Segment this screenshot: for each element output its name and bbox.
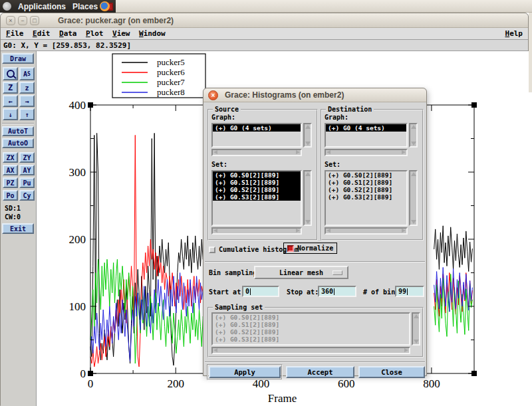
pan-left-button[interactable]: ← <box>3 95 18 107</box>
zoom-out-button[interactable]: z <box>19 82 35 94</box>
autoscale-y-button[interactable]: AY <box>19 165 35 175</box>
autoscale-button[interactable]: AS <box>19 67 35 80</box>
menu-window[interactable]: Window <box>139 29 166 38</box>
exit-button[interactable]: Exit <box>2 223 34 234</box>
pan-up-button[interactable]: ↑ <box>19 108 35 120</box>
sampling-set-hscrollbar[interactable] <box>211 347 410 354</box>
start-at-field[interactable]: 0 <box>242 286 279 297</box>
num-bins-field[interactable]: 99 <box>395 286 424 297</box>
pop-button[interactable]: Po <box>3 190 18 201</box>
pan-right-button[interactable]: → <box>19 95 35 107</box>
scroll-up-icon[interactable] <box>305 172 311 176</box>
zoom-button[interactable] <box>3 67 18 80</box>
plot-legend[interactable]: pucker5pucker6pucker7pucker8 <box>112 54 205 98</box>
menu-data[interactable]: Data <box>59 29 77 38</box>
list-item[interactable]: (+) G0.S3[2][889] <box>213 193 301 201</box>
scroll-down-icon[interactable] <box>411 220 416 224</box>
scroll-up-icon[interactable] <box>305 125 311 129</box>
list-item[interactable]: (+) G0.S3[2][889] <box>213 336 409 343</box>
list-item[interactable]: (+) G0.S1[2][889] <box>213 179 301 186</box>
applications-menu[interactable]: Applications <box>18 2 66 11</box>
scroll-right-icon[interactable] <box>404 348 408 352</box>
source-set-list[interactable]: (+) G0.S0[2][889](+) G0.S1[2][889](+) G0… <box>211 170 302 226</box>
source-graph-vscrollbar[interactable] <box>303 123 312 148</box>
scroll-right-icon[interactable] <box>402 229 406 233</box>
sampling-set-vscrollbar[interactable] <box>412 312 420 346</box>
window-titlebar[interactable]: × − □ Grace: pucker.agr (on ember2) <box>1 13 528 28</box>
destination-set-list[interactable]: (+) G0.S0[2][889](+) G0.S1[2][889](+) G0… <box>325 170 408 226</box>
scroll-right-icon[interactable] <box>296 150 300 154</box>
scroll-right-icon[interactable] <box>402 150 406 154</box>
scroll-down-icon[interactable] <box>414 340 419 344</box>
scroll-down-icon[interactable] <box>305 220 311 224</box>
source-set-hscrollbar[interactable] <box>211 227 302 235</box>
normalize-checkbox-icon[interactable] <box>287 245 294 252</box>
menu-edit[interactable]: Edit <box>33 29 51 38</box>
cumulative-checkbox-icon[interactable] <box>209 247 215 253</box>
zoom-in-button[interactable]: Z <box>3 82 18 94</box>
autoscale-on-button[interactable]: AutoO <box>2 138 34 148</box>
scroll-down-icon[interactable] <box>411 142 416 146</box>
destination-set-vscrollbar[interactable] <box>409 170 418 226</box>
accept-button[interactable]: Accept <box>286 366 354 378</box>
selection-handle[interactable] <box>471 102 477 108</box>
scroll-left-icon[interactable] <box>213 229 217 233</box>
distributor-logo-icon[interactable] <box>3 2 11 11</box>
zoom-y-button[interactable]: ZY <box>19 152 35 163</box>
bin-sampling-dropdown[interactable]: Linear mesh <box>254 266 348 279</box>
scroll-down-icon[interactable] <box>305 142 311 146</box>
pan-down-button[interactable]: ↓ <box>3 108 18 120</box>
autoticks-button[interactable]: AutoT <box>2 126 34 136</box>
dialog-close-icon[interactable]: × <box>208 90 218 100</box>
scroll-left-icon[interactable] <box>327 229 331 233</box>
selection-handle[interactable] <box>88 371 93 376</box>
dialog-titlebar[interactable]: × Grace: Histograms (on ember2) <box>203 88 426 102</box>
destination-graph-vscrollbar[interactable] <box>409 123 418 148</box>
list-item[interactable]: (+) G0.S1[2][889] <box>213 321 409 328</box>
list-item[interactable]: (+) G0.S0[2][889] <box>213 314 409 321</box>
destination-graph-list[interactable]: (+) G0 (4 sets) <box>325 123 408 148</box>
places-menu[interactable]: Places <box>72 2 98 11</box>
list-item[interactable]: (+) G0 (4 sets) <box>213 124 301 132</box>
zoom-x-button[interactable]: ZX <box>3 152 18 163</box>
menu-plot[interactable]: Plot <box>86 29 104 38</box>
close-window-icon[interactable]: × <box>6 16 15 25</box>
source-graph-hscrollbar[interactable] <box>211 149 302 156</box>
source-graph-list[interactable]: (+) G0 (4 sets) <box>211 123 302 148</box>
list-item[interactable]: (+) G0.S3[2][889] <box>326 193 406 201</box>
scroll-left-icon[interactable] <box>213 150 217 154</box>
menu-help[interactable]: Help <box>505 29 523 38</box>
destination-graph-hscrollbar[interactable] <box>325 149 408 156</box>
source-set-vscrollbar[interactable] <box>303 170 312 226</box>
cycle-button[interactable]: Cy <box>19 190 35 201</box>
draw-button[interactable]: Draw <box>2 53 34 64</box>
menu-file[interactable]: File <box>6 29 24 38</box>
maximize-window-icon[interactable]: □ <box>30 16 39 25</box>
list-item[interactable]: (+) G0 (4 sets) <box>326 124 406 132</box>
minimize-window-icon[interactable]: − <box>18 16 27 25</box>
scroll-up-icon[interactable] <box>411 125 416 129</box>
destination-set-hscrollbar[interactable] <box>325 227 408 235</box>
list-item[interactable]: (+) G0.S2[2][889] <box>213 328 409 336</box>
scroll-left-icon[interactable] <box>327 150 331 154</box>
close-button[interactable]: Close <box>358 366 425 378</box>
autoscale-x-button[interactable]: AX <box>3 165 18 175</box>
menu-view[interactable]: View <box>112 29 130 38</box>
scroll-up-icon[interactable] <box>411 172 416 176</box>
list-item[interactable]: (+) G0.S1[2][889] <box>326 179 406 186</box>
normalize-toggle[interactable]: Normalize <box>283 243 337 254</box>
selection-handle[interactable] <box>88 102 93 108</box>
push-button[interactable]: Pu <box>19 177 35 188</box>
selection-handle[interactable] <box>471 371 477 376</box>
push-zoom-button[interactable]: PZ <box>3 177 18 188</box>
scroll-up-icon[interactable] <box>414 314 419 318</box>
list-item[interactable]: (+) G0.S2[2][889] <box>213 186 301 193</box>
list-item[interactable]: (+) G0.S2[2][889] <box>326 186 406 193</box>
stop-at-field[interactable]: 360 <box>318 286 356 297</box>
list-item[interactable]: (+) G0.S0[2][889] <box>326 171 406 179</box>
scroll-left-icon[interactable] <box>213 348 217 352</box>
scroll-right-icon[interactable] <box>296 229 300 233</box>
apply-button[interactable]: Apply <box>209 366 281 378</box>
list-item[interactable]: (+) G0.S0[2][889] <box>213 171 301 179</box>
firefox-icon[interactable] <box>100 1 110 11</box>
